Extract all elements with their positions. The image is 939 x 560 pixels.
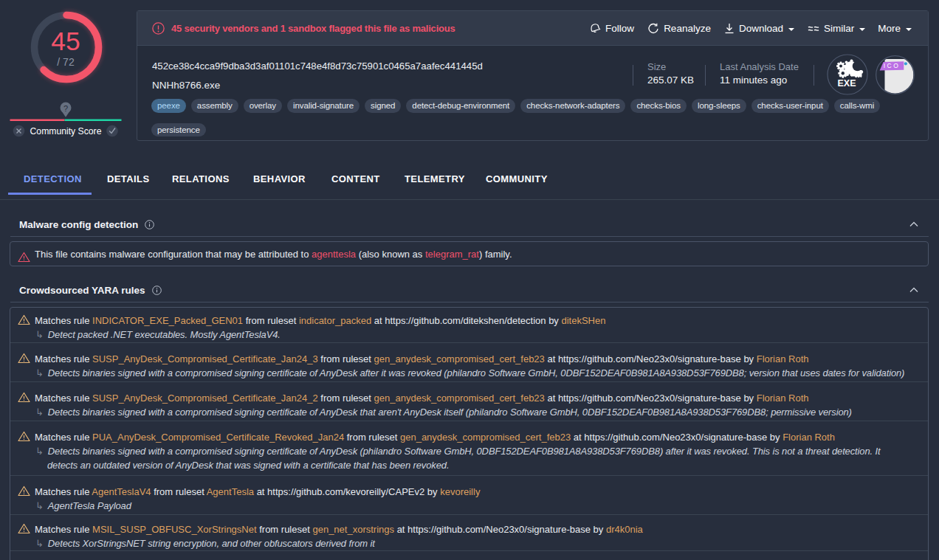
svg-text:ICO: ICO [884, 62, 900, 69]
svg-text:EXE: EXE [837, 78, 856, 89]
svg-text:/ 72: / 72 [57, 56, 75, 68]
svg-text:?: ? [63, 104, 68, 113]
svg-text:45: 45 [51, 27, 80, 56]
